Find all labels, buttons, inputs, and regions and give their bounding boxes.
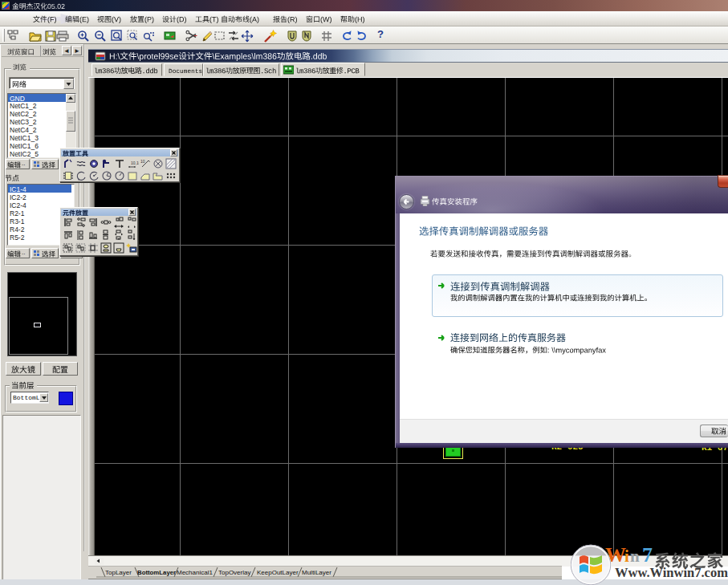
svg-text:10: 10: [140, 159, 145, 164]
svg-text:KeepOutLayer: KeepOutLayer: [257, 569, 299, 576]
svg-text:BottomLayer: BottomLayer: [137, 569, 176, 576]
svg-text:TopOverlay: TopOverlay: [218, 569, 250, 576]
svg-text:TopLayer: TopLayer: [105, 569, 132, 576]
svg-text:Mechanical1: Mechanical1: [177, 569, 213, 576]
svg-text:MultiLayer: MultiLayer: [302, 569, 331, 576]
svg-text:10,10: 10,10: [131, 160, 139, 165]
